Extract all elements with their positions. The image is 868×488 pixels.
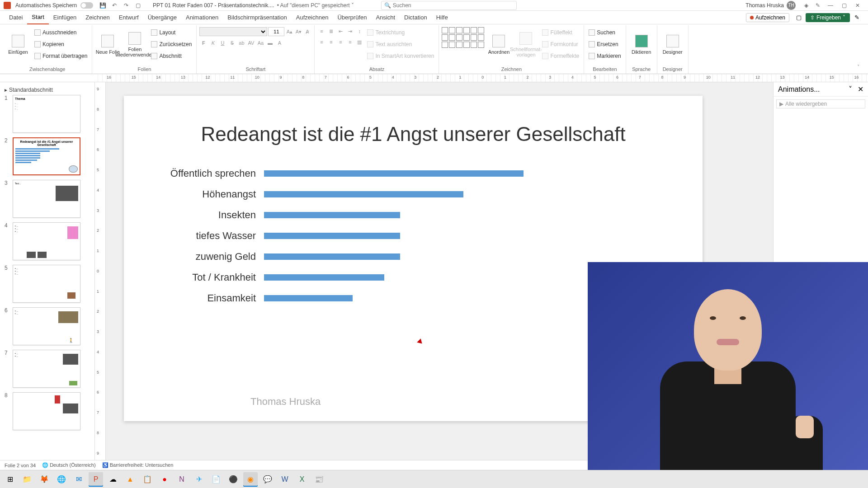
firefox-icon[interactable]: 🦊 — [37, 472, 52, 487]
onenote-icon[interactable]: N — [175, 472, 189, 487]
slide-thumb-1[interactable]: Thema • ...• ...• ... — [13, 95, 80, 133]
app-icon-1[interactable]: ☁ — [106, 472, 120, 487]
reset-button[interactable]: Zurücksetzen — [149, 39, 193, 50]
text-direction-button[interactable]: Textrichtung — [365, 27, 436, 38]
change-case-icon[interactable]: Aa — [256, 39, 264, 47]
pane-options-icon[interactable]: ˅ — [849, 85, 852, 93]
increase-indent-icon[interactable]: ⇥ — [346, 27, 354, 35]
excel-icon[interactable]: X — [295, 472, 309, 487]
app-icon-6[interactable]: 💬 — [260, 472, 275, 487]
app-icon-2[interactable]: 📋 — [140, 472, 155, 487]
save-icon[interactable]: 💾 — [99, 1, 107, 9]
word-icon[interactable]: W — [278, 472, 292, 487]
char-spacing-icon[interactable]: AV — [247, 39, 255, 47]
highlight-icon[interactable]: ▬ — [266, 39, 274, 47]
layout-button[interactable]: Layout — [149, 27, 193, 38]
app-icon-3[interactable]: ● — [157, 472, 172, 487]
italic-icon[interactable]: K — [209, 39, 217, 47]
format-painter-button[interactable]: Format übertragen — [33, 51, 89, 61]
line-spacing-icon[interactable]: ↕ — [355, 27, 363, 35]
reuse-slides-button[interactable]: Folien wiederverwenden — [122, 27, 147, 62]
tab-start[interactable]: Start — [27, 11, 48, 24]
outlook-icon[interactable]: ✉ — [71, 472, 86, 487]
tab-bildschirmpraesentation[interactable]: Bildschirmpräsentation — [223, 11, 292, 24]
tab-entwurf[interactable]: Entwurf — [114, 11, 143, 24]
document-saved-status[interactable]: • Auf "diesem PC" gespeichert ˅ — [277, 2, 354, 9]
shape-fill-button[interactable]: Fülleffekt — [540, 27, 581, 38]
search-input[interactable] — [393, 2, 514, 9]
tab-ansicht[interactable]: Ansicht — [371, 11, 400, 24]
columns-icon[interactable]: ▥ — [355, 38, 363, 46]
tab-aufzeichnen[interactable]: Aufzeichnen — [292, 11, 333, 24]
clear-format-icon[interactable]: A̷ — [303, 28, 311, 36]
tab-uebergaenge[interactable]: Übergänge — [143, 11, 181, 24]
pane-close-icon[interactable]: ✕ — [858, 85, 863, 93]
decrease-font-icon[interactable]: A▾ — [294, 28, 302, 36]
numbering-icon[interactable]: ≣ — [327, 27, 335, 35]
diamond-icon[interactable]: ◈ — [802, 1, 810, 9]
font-family-select[interactable] — [199, 27, 267, 36]
shape-effects-button[interactable]: Formeffekte — [540, 51, 581, 61]
convert-smartart-button[interactable]: In SmartArt konvertieren — [365, 51, 436, 61]
paste-button[interactable]: Einfügen — [5, 27, 31, 62]
tab-einfuegen[interactable]: Einfügen — [49, 11, 81, 24]
slide-thumbnail-panel[interactable]: ▸ Standardabschnitt 1 Thema • ...• ...• … — [0, 82, 95, 460]
tab-hilfe[interactable]: Hilfe — [432, 11, 453, 24]
play-all-button[interactable]: ▶ Alle wiedergeben — [776, 99, 865, 108]
copy-button[interactable]: Kopieren — [33, 39, 89, 50]
redo-icon[interactable]: ↷ — [122, 1, 130, 9]
tab-ueberpruefen[interactable]: Überprüfen — [333, 11, 371, 24]
slide-thumb-5[interactable]: • ...• ...• ... — [13, 265, 80, 303]
strike-icon[interactable]: S̶ — [228, 39, 236, 47]
user-avatar[interactable]: TH — [787, 1, 796, 10]
cut-button[interactable]: Ausschneiden — [33, 27, 89, 38]
search-box[interactable]: 🔍 — [381, 1, 517, 10]
maximize-icon[interactable]: ▢ — [837, 0, 851, 11]
file-explorer-icon[interactable]: 📁 — [20, 472, 34, 487]
telegram-icon[interactable]: ✈ — [192, 472, 206, 487]
align-right-icon[interactable]: ≡ — [336, 38, 344, 46]
app-icon-4[interactable]: 📄 — [209, 472, 223, 487]
slide-thumb-2[interactable]: Redeangst ist die #1 Angst unserer Gesel… — [13, 137, 80, 175]
designer-button[interactable]: Designer — [660, 27, 685, 62]
share-button[interactable]: ⇧Freigeben˅ — [806, 13, 850, 22]
present-from-start-icon[interactable]: ▢ — [134, 1, 142, 9]
slide-thumb-7[interactable]: • ...• ... — [13, 350, 80, 388]
justify-icon[interactable]: ≡ — [346, 38, 354, 46]
shape-outline-button[interactable]: Formkontur — [540, 39, 581, 50]
chrome-icon[interactable]: 🌐 — [54, 472, 69, 487]
shadow-icon[interactable]: ab — [237, 39, 245, 47]
align-text-button[interactable]: Text ausrichten — [365, 39, 436, 50]
slide-thumb-8[interactable] — [13, 392, 80, 430]
select-button[interactable]: Markieren — [587, 51, 623, 61]
slide-title-text[interactable]: Redeangst ist die #1 Angst unserer Gesel… — [160, 123, 666, 145]
tab-zeichnen[interactable]: Zeichnen — [81, 11, 114, 24]
app-icon-5[interactable]: ◉ — [243, 472, 258, 487]
status-language[interactable]: 🌐 Deutsch (Österreich) — [42, 462, 96, 468]
dictate-button[interactable]: Diktieren — [629, 27, 654, 62]
replace-button[interactable]: Ersetzen — [587, 39, 623, 50]
start-menu-icon[interactable]: ⊞ — [3, 472, 17, 487]
comments-icon[interactable]: ✎ — [851, 12, 862, 23]
underline-icon[interactable]: U — [218, 39, 226, 47]
increase-font-icon[interactable]: A▴ — [285, 28, 293, 36]
slide-thumb-3[interactable]: Text... — [13, 180, 80, 218]
shapes-gallery[interactable] — [442, 27, 484, 48]
app-icon-7[interactable]: 📰 — [312, 472, 326, 487]
obs-icon[interactable]: ⚫ — [226, 472, 241, 487]
font-size-input[interactable] — [268, 27, 284, 36]
windows-taskbar[interactable]: ⊞ 📁 🦊 🌐 ✉ P ☁ ▲ 📋 ● N ✈ 📄 ⚫ ◉ 💬 W X 📰 — [0, 470, 868, 488]
pen-icon[interactable]: ✎ — [814, 1, 822, 9]
status-accessibility[interactable]: ♿ Barrierefreiheit: Untersuchen — [102, 462, 174, 468]
record-button[interactable]: Aufzeichnen — [746, 13, 789, 22]
present-icon[interactable]: ▢ — [793, 12, 804, 23]
undo-icon[interactable]: ↶ — [110, 1, 118, 9]
close-icon[interactable]: ✕ — [851, 0, 864, 11]
section-button[interactable]: Abschnitt — [149, 51, 193, 61]
tab-dictation[interactable]: Dictation — [400, 11, 432, 24]
align-left-icon[interactable]: ≡ — [317, 38, 326, 46]
find-button[interactable]: Suchen — [587, 27, 623, 38]
tab-datei[interactable]: Datei — [5, 11, 27, 24]
align-center-icon[interactable]: ≡ — [327, 38, 335, 46]
decrease-indent-icon[interactable]: ⇤ — [336, 27, 344, 35]
